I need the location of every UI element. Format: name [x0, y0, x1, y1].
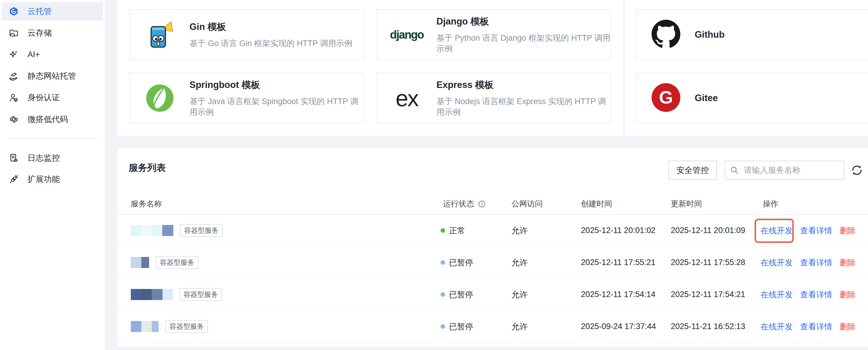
redacted-service-name	[131, 257, 149, 268]
bottom-page-strip	[117, 347, 868, 350]
updated-cell: 2025-12-11 17:54:21	[671, 279, 745, 310]
service-list-panel: 服务列表 安全管控 服务名称 运行状态 公网访问 创建时间 更新时间	[117, 148, 868, 350]
ai-sparkle-icon	[8, 49, 19, 60]
sidebar-item-label: 云托管	[28, 6, 52, 17]
sidebar-item-cloud-storage[interactable]: 云存储	[2, 24, 103, 42]
search-icon	[730, 166, 739, 175]
log-monitor-icon	[8, 153, 19, 163]
info-icon[interactable]	[478, 200, 486, 208]
table-row: 容器型服务 已暂停 允许 2025-12-11 17:54:14 2025-12…	[117, 279, 868, 311]
template-card-springboot[interactable]: Springboot 模板 基于 Java 语言框架 Spingboot 实现的…	[130, 73, 364, 124]
repo-title: Gitee	[695, 93, 718, 103]
created-cell: 2025-12-11 17:54:14	[581, 279, 655, 310]
status-dot	[441, 292, 445, 297]
sidebar-item-label: 扩展功能	[28, 174, 60, 185]
sidebar-item-log-monitor[interactable]: 日志监控	[2, 149, 103, 167]
created-cell: 2025-12-11 17:55:21	[581, 247, 655, 278]
status-dot	[441, 324, 445, 329]
sidebar-item-extensions[interactable]: 扩展功能	[2, 170, 103, 188]
col-created-time: 创建时间	[581, 193, 612, 215]
service-name-cell: 容器型服务	[131, 215, 223, 246]
security-control-button[interactable]: 安全管控	[669, 161, 717, 180]
gin-logo	[143, 18, 176, 52]
status-text: 已暂停	[449, 321, 473, 332]
status-cell: 已暂停	[441, 311, 473, 342]
template-title: Springboot 模板	[189, 79, 364, 91]
online-dev-link[interactable]: 在线开发	[761, 321, 793, 332]
table-header: 服务名称 运行状态 公网访问 创建时间 更新时间 操作	[117, 193, 868, 215]
refresh-icon[interactable]	[850, 163, 864, 177]
svg-text:G: G	[659, 87, 673, 107]
template-desc: 基于 Go 语言 Gin 框架实现的 HTTP 调用示例	[189, 38, 352, 49]
view-detail-link[interactable]: 查看详情	[800, 225, 832, 236]
service-type-tag: 容器型服务	[156, 256, 198, 269]
status-cell: 正常	[441, 215, 465, 246]
template-title: Gin 模板	[189, 21, 352, 33]
repo-card-github[interactable]: Github	[636, 9, 868, 60]
delete-link[interactable]: 删除	[840, 225, 856, 236]
updated-cell: 2025-12-11 20:01:09	[671, 215, 745, 246]
sidebar-item-label: AI+	[28, 50, 40, 59]
view-detail-link[interactable]: 查看详情	[800, 257, 832, 268]
sidebar-item-label: 微搭低代码	[28, 114, 68, 125]
identity-auth-icon	[8, 92, 19, 103]
service-search-box[interactable]	[725, 161, 844, 180]
status-text: 已暂停	[449, 257, 473, 268]
repo-title: Github	[695, 29, 725, 40]
springboot-logo	[143, 82, 176, 115]
sidebar-item-label: 云存储	[28, 28, 52, 38]
service-list-title: 服务列表	[129, 162, 166, 174]
status-dot	[441, 260, 445, 265]
table-row: 容器型服务 已暂停 允许 2025-12-11 17:55:21 2025-12…	[117, 247, 868, 279]
template-desc: 基于 Python 语言 Django 框架实现的 HTTP 调用示例	[436, 33, 611, 54]
django-logo: django	[390, 18, 423, 52]
github-logo	[652, 20, 680, 50]
sidebar-item-identity-auth[interactable]: 身份认证	[2, 88, 103, 107]
access-cell: 允许	[512, 279, 528, 310]
status-text: 正常	[449, 225, 465, 236]
online-dev-link[interactable]: 在线开发	[761, 225, 793, 236]
template-desc: 基于 Nodejs 语言框架 Express 实现的 HTTP 调用示例	[436, 96, 611, 118]
sidebar-item-static-hosting[interactable]: 静态网站托管	[2, 67, 103, 85]
col-updated-time: 更新时间	[671, 193, 702, 215]
view-detail-link[interactable]: 查看详情	[800, 289, 832, 300]
view-detail-link[interactable]: 查看详情	[800, 321, 832, 332]
actions-cell: 在线开发 查看详情 删除	[761, 279, 856, 310]
sidebar-item-cloudrun[interactable]: 云托管	[2, 2, 103, 21]
sidebar-item-label: 日志监控	[28, 153, 60, 163]
gitee-logo: G	[652, 83, 680, 113]
template-card-django[interactable]: django Django 模板 基于 Python 语言 Django 框架实…	[376, 9, 611, 60]
table-row: 容器型服务 正常 允许 2025-12-11 20:01:02 2025-12-…	[117, 215, 868, 247]
search-input[interactable]	[743, 165, 839, 175]
created-cell: 2025-12-11 20:01:02	[581, 215, 655, 246]
sidebar: 云托管 云存储 AI+ 静态网站托管	[0, 0, 105, 350]
sidebar-item-label: 静态网站托管	[28, 71, 76, 82]
sidebar-item-weda-lowcode[interactable]: 微搭低代码	[2, 110, 103, 129]
templates-section: Gin 模板 基于 Go 语言 Gin 框架实现的 HTTP 调用示例 djan…	[117, 0, 868, 136]
delete-link[interactable]: 删除	[840, 257, 856, 268]
express-logo: ex	[390, 82, 423, 115]
updated-cell: 2025-11-21 16:52:13	[671, 311, 745, 342]
actions-cell: 在线开发 查看详情 删除	[761, 311, 856, 342]
redacted-service-name	[131, 289, 173, 300]
service-name-cell: 容器型服务	[131, 247, 198, 278]
template-title: Express 模板	[436, 79, 611, 91]
service-type-tag: 容器型服务	[180, 224, 223, 237]
cloudrun-icon	[8, 6, 19, 17]
online-dev-link[interactable]: 在线开发	[761, 257, 793, 268]
online-dev-link[interactable]: 在线开发	[761, 289, 793, 300]
access-cell: 允许	[512, 311, 528, 342]
updated-cell: 2025-12-11 17:55:28	[671, 247, 745, 278]
sidebar-item-ai[interactable]: AI+	[2, 45, 103, 64]
template-card-gin[interactable]: Gin 模板 基于 Go 语言 Gin 框架实现的 HTTP 调用示例	[130, 9, 364, 60]
delete-link[interactable]: 删除	[840, 289, 856, 300]
cloud-storage-icon	[8, 28, 19, 38]
service-name-cell: 容器型服务	[131, 311, 208, 342]
actions-cell: 在线开发 查看详情 删除	[761, 215, 856, 246]
status-cell: 已暂停	[441, 247, 473, 278]
repo-card-gitee[interactable]: G Gitee	[636, 73, 868, 124]
template-card-express[interactable]: ex Express 模板 基于 Nodejs 语言框架 Express 实现的…	[376, 73, 611, 124]
service-type-tag: 容器型服务	[165, 320, 208, 333]
created-cell: 2025-09-24 17:37:44	[581, 311, 656, 342]
delete-link[interactable]: 删除	[840, 321, 856, 332]
